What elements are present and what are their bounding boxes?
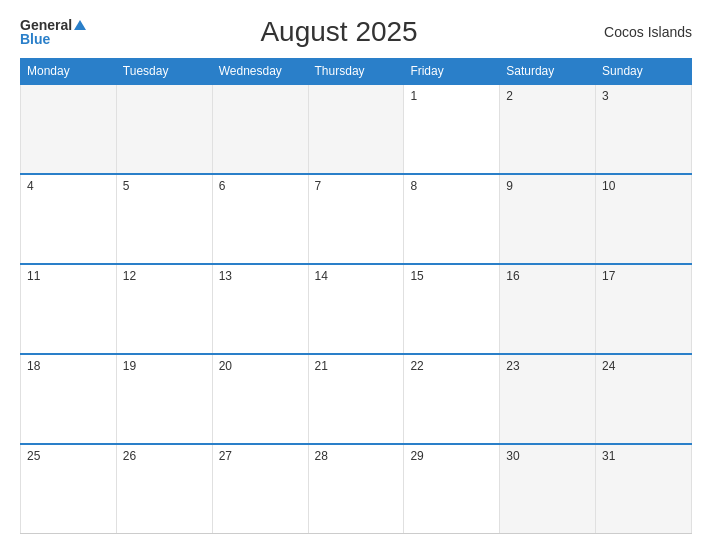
day-number: 18 [27,359,40,373]
table-row: 1 [404,84,500,174]
col-sunday: Sunday [596,59,692,85]
table-row [116,84,212,174]
calendar-week-row: 18192021222324 [21,354,692,444]
day-number: 28 [315,449,328,463]
col-friday: Friday [404,59,500,85]
table-row: 5 [116,174,212,264]
header: General Blue August 2025 Cocos Islands [20,16,692,48]
calendar-week-row: 25262728293031 [21,444,692,534]
day-number: 11 [27,269,40,283]
table-row: 10 [596,174,692,264]
day-number: 4 [27,179,34,193]
day-number: 5 [123,179,130,193]
table-row: 4 [21,174,117,264]
day-number: 15 [410,269,423,283]
table-row: 23 [500,354,596,444]
day-number: 31 [602,449,615,463]
col-wednesday: Wednesday [212,59,308,85]
table-row: 14 [308,264,404,354]
day-number: 17 [602,269,615,283]
table-row: 3 [596,84,692,174]
day-number: 3 [602,89,609,103]
calendar-page: General Blue August 2025 Cocos Islands M… [0,0,712,550]
day-number: 26 [123,449,136,463]
table-row: 19 [116,354,212,444]
table-row: 26 [116,444,212,534]
day-number: 14 [315,269,328,283]
day-number: 6 [219,179,226,193]
table-row [212,84,308,174]
day-number: 21 [315,359,328,373]
logo-blue-text: Blue [20,32,50,46]
calendar-header-row: Monday Tuesday Wednesday Thursday Friday… [21,59,692,85]
logo-general-text: General [20,18,72,32]
day-number: 22 [410,359,423,373]
table-row: 25 [21,444,117,534]
calendar-week-row: 123 [21,84,692,174]
month-title: August 2025 [86,16,592,48]
day-number: 24 [602,359,615,373]
table-row [21,84,117,174]
region-label: Cocos Islands [592,24,692,40]
day-number: 19 [123,359,136,373]
table-row [308,84,404,174]
day-number: 30 [506,449,519,463]
table-row: 27 [212,444,308,534]
day-number: 7 [315,179,322,193]
col-thursday: Thursday [308,59,404,85]
table-row: 15 [404,264,500,354]
day-number: 9 [506,179,513,193]
table-row: 20 [212,354,308,444]
day-number: 10 [602,179,615,193]
table-row: 21 [308,354,404,444]
table-row: 18 [21,354,117,444]
table-row: 11 [21,264,117,354]
table-row: 31 [596,444,692,534]
day-number: 1 [410,89,417,103]
table-row: 24 [596,354,692,444]
calendar-week-row: 11121314151617 [21,264,692,354]
table-row: 30 [500,444,596,534]
day-number: 20 [219,359,232,373]
day-number: 16 [506,269,519,283]
table-row: 13 [212,264,308,354]
day-number: 12 [123,269,136,283]
table-row: 7 [308,174,404,264]
table-row: 22 [404,354,500,444]
col-saturday: Saturday [500,59,596,85]
calendar-week-row: 45678910 [21,174,692,264]
day-number: 25 [27,449,40,463]
day-number: 8 [410,179,417,193]
col-tuesday: Tuesday [116,59,212,85]
table-row: 2 [500,84,596,174]
table-row: 8 [404,174,500,264]
table-row: 28 [308,444,404,534]
day-number: 13 [219,269,232,283]
calendar-table: Monday Tuesday Wednesday Thursday Friday… [20,58,692,534]
logo-triangle-icon [74,20,86,30]
logo: General Blue [20,18,86,46]
table-row: 6 [212,174,308,264]
day-number: 23 [506,359,519,373]
day-number: 2 [506,89,513,103]
table-row: 17 [596,264,692,354]
table-row: 9 [500,174,596,264]
table-row: 16 [500,264,596,354]
col-monday: Monday [21,59,117,85]
table-row: 12 [116,264,212,354]
day-number: 29 [410,449,423,463]
table-row: 29 [404,444,500,534]
day-number: 27 [219,449,232,463]
